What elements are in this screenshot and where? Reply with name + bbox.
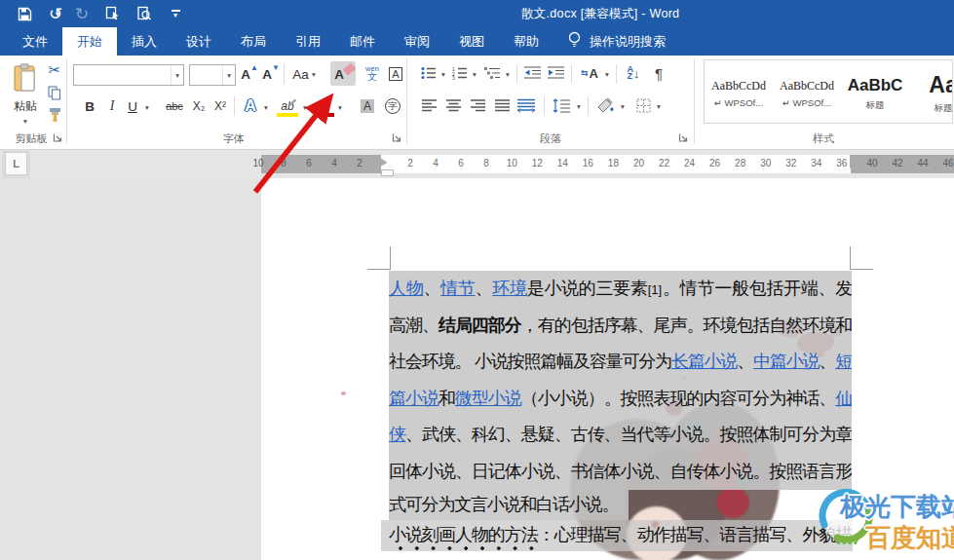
bullets-button[interactable] (419, 63, 439, 83)
text-line-4[interactable]: 篇小说和微型小说（小小说）。按照表现的内容可分为神话、仙 (389, 381, 852, 418)
customize-qat-icon[interactable]: ▾ (167, 5, 184, 22)
font-name-combobox[interactable]: ▾ (73, 64, 184, 86)
italic-button[interactable]: I (105, 96, 119, 116)
sort-button[interactable]: AZ ↓ (622, 62, 645, 84)
style-card-1[interactable]: AaBbCcDd↵ WPSOf... (705, 60, 773, 123)
paragraph-dialog-launcher-icon[interactable] (678, 132, 689, 143)
tab-视图[interactable]: 视图 (444, 27, 499, 56)
align-right-button[interactable] (468, 95, 487, 115)
grow-font-button[interactable]: A▲ (240, 63, 259, 85)
ruler-number: 18 (608, 158, 619, 168)
decrease-indent-button[interactable] (521, 63, 543, 83)
increase-indent-button[interactable] (545, 63, 566, 83)
font-dialog-launcher-icon[interactable] (392, 132, 402, 143)
text-segment: 是小说的三要素 (527, 279, 648, 298)
hyperlink[interactable]: 短 (835, 352, 852, 371)
touch-mode-icon[interactable] (104, 5, 122, 22)
tab-插入[interactable]: 插入 (117, 27, 172, 56)
borders-button[interactable] (633, 95, 653, 115)
change-case-button[interactable]: Aa▾ (288, 63, 320, 85)
horizontal-ruler[interactable]: 1086422468101214161820222426283032343640… (261, 155, 954, 173)
text-line-2[interactable]: 高潮、结局四部分，有的包括序幕、尾声。环境包括自然环境和 (389, 308, 852, 345)
font-color-button[interactable]: A (314, 94, 335, 118)
font-size-dropdown-icon[interactable]: ▾ (222, 65, 235, 85)
multilevel-list-button[interactable] (481, 63, 503, 83)
subscript-button[interactable]: X₂ (189, 96, 209, 116)
shrink-font-button[interactable]: A▼ (261, 63, 281, 85)
left-indent-marker[interactable] (381, 169, 394, 176)
bold-button[interactable]: B (82, 96, 97, 116)
clipboard-dialog-launcher-icon[interactable] (53, 132, 63, 143)
text-line-8[interactable]: 小说刻画人物的方法：心理描写、动作描写、语言描写、外貌描 (389, 520, 852, 550)
hyperlink[interactable]: 环境 (492, 279, 526, 298)
hyperlink[interactable]: 篇小说 (389, 389, 439, 408)
tab-文件[interactable]: 文件 (8, 27, 62, 56)
ruler-number: 4 (331, 158, 337, 168)
enclose-characters-button[interactable]: 字 (382, 96, 403, 116)
tab-布局[interactable]: 布局 (226, 27, 281, 56)
tab-引用[interactable]: 引用 (281, 27, 335, 56)
text-effects-button[interactable]: A (240, 94, 261, 118)
line-spacing-button[interactable] (550, 94, 573, 116)
phonetic-guide-button[interactable]: wén文 (361, 61, 384, 86)
hyperlink[interactable]: 中篇小说 (753, 352, 819, 371)
text-line-5[interactable]: 侠、武侠、科幻、悬疑、古传、当代等小说。按照体制可分为章 (389, 417, 852, 454)
justify-button[interactable] (492, 95, 512, 115)
hyperlink[interactable]: 微型小说 (455, 389, 521, 408)
format-painter-button[interactable] (46, 106, 63, 124)
text-line-6[interactable]: 回体小说、日记体小说、书信体小说、自传体小说。按照语言形 (389, 454, 852, 491)
save-icon[interactable] (16, 5, 33, 22)
asian-layout-dropdown-icon[interactable]: ▾ (602, 65, 612, 83)
distribute-button[interactable] (515, 94, 538, 116)
copy-button[interactable] (46, 85, 63, 100)
print-preview-icon[interactable] (135, 5, 153, 22)
shading-button[interactable] (593, 94, 617, 116)
text-effects-dropdown-icon[interactable]: ▾ (261, 98, 271, 116)
bullets-dropdown-icon[interactable]: ▾ (439, 65, 448, 83)
character-shading-button[interactable]: A (357, 96, 378, 116)
paste-button[interactable]: 粘贴 ▾ (8, 59, 43, 130)
clear-formatting-button[interactable]: A (330, 61, 356, 86)
hyperlink[interactable]: 人物 (389, 279, 423, 298)
tab-设计[interactable]: 设计 (172, 27, 226, 56)
text-line-3[interactable]: 社会环境。 小说按照篇幅及容量可分为长篇小说、中篇小说、短 (389, 344, 852, 381)
hyperlink[interactable]: 仙 (835, 389, 852, 408)
asian-layout-button[interactable]: ⇆A (577, 63, 602, 83)
align-left-button[interactable] (419, 95, 439, 115)
tab-审阅[interactable]: 审阅 (390, 27, 444, 56)
numbering-dropdown-icon[interactable]: ▾ (470, 65, 479, 83)
show-marks-button[interactable]: ¶ (649, 62, 668, 84)
tab-帮助[interactable]: 帮助 (499, 27, 553, 56)
text-line-1[interactable]: 人物、情节、环境是小说的三要素[1]。情节一般包括开端、发展、 (389, 271, 852, 308)
font-size-combobox[interactable]: ▾ (189, 64, 236, 86)
style-card-3[interactable]: AaBbC标题 (841, 60, 909, 123)
underline-button[interactable]: U (125, 96, 140, 116)
tab-开始[interactable]: 开始 (62, 27, 117, 56)
hyperlink[interactable]: 情节 (440, 279, 475, 298)
style-card-2[interactable]: AaBbCcDd↵ WPSOf... (773, 60, 841, 123)
cut-button[interactable]: ✂ (45, 61, 64, 79)
tell-me-box[interactable]: 操作说明搜索 (567, 27, 666, 56)
multilevel-dropdown-icon[interactable]: ▾ (503, 65, 513, 83)
highlight-dropdown-icon[interactable]: ▾ (300, 98, 310, 116)
tab-邮件[interactable]: 邮件 (335, 27, 390, 56)
font-name-dropdown-icon[interactable]: ▾ (171, 65, 183, 85)
align-center-button[interactable] (443, 95, 463, 115)
strikethrough-button[interactable]: abc (162, 96, 187, 116)
style-card-4[interactable]: Aa标题 (909, 60, 953, 123)
borders-dropdown-icon[interactable]: ▾ (654, 97, 664, 115)
character-border-button[interactable]: A (386, 63, 405, 85)
underline-dropdown-icon[interactable]: ▾ (142, 98, 152, 116)
numbering-button[interactable]: 123 (450, 63, 470, 83)
line-spacing-dropdown-icon[interactable]: ▾ (574, 97, 584, 115)
hyperlink[interactable]: 长篇小说 (671, 352, 737, 371)
document-area[interactable]: 人物、情节、环境是小说的三要素[1]。情节一般包括开端、发展、高潮、结局四部分，… (0, 178, 954, 560)
font-color-dropdown-icon[interactable]: ▾ (335, 98, 345, 116)
undo-dropdown-icon[interactable]: ▾ (56, 10, 59, 19)
highlight-color-button[interactable]: ab (276, 94, 299, 118)
shading-dropdown-icon[interactable]: ▾ (618, 97, 628, 115)
text-line-7[interactable]: 式可分为文言小说和白话小说。 (389, 490, 852, 520)
superscript-button[interactable]: X² (210, 96, 230, 116)
tab-stop-selector[interactable]: L (5, 152, 27, 175)
hyperlink[interactable]: 侠 (389, 425, 405, 444)
